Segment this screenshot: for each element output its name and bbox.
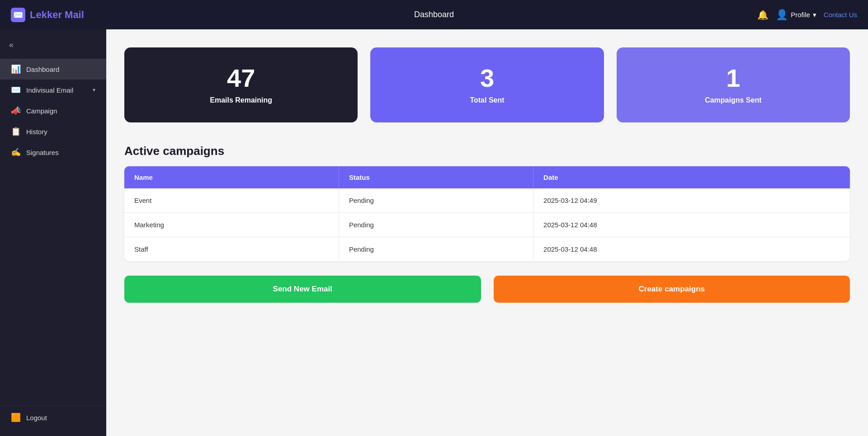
campaign-name: Event — [124, 188, 339, 213]
campaigns-table: Name Status Date Event Pending 2025-03-1… — [124, 166, 850, 261]
individual-email-chevron-icon: ▾ — [93, 87, 95, 93]
stat-card-total-sent: 3 Total Sent — [370, 47, 604, 122]
main-content: 47 Emails Remaining 3 Total Sent 1 Campa… — [106, 29, 868, 436]
profile-label: Profile — [791, 11, 810, 19]
stat-card-campaigns-sent: 1 Campaigns Sent — [617, 47, 850, 122]
send-new-email-button[interactable]: Send New Email — [124, 276, 481, 303]
table-row: Staff Pending 2025-03-12 04:48 — [124, 237, 850, 262]
sidebar-logout-button[interactable]: 🟧 Logout — [0, 406, 106, 429]
dashboard-icon: 📊 — [11, 64, 21, 74]
col-header-date: Date — [533, 166, 850, 188]
emails-remaining-label: Emails Remaining — [210, 96, 272, 104]
profile-avatar-icon: 👤 — [776, 9, 788, 21]
sidebar: « 📊 Dashboard ✉️ Indivisual Email ▾ 📣 Ca… — [0, 29, 106, 436]
campaign-date: 2025-03-12 04:48 — [533, 237, 850, 262]
topnav: ✉️ Lekker Mail Dashboard 🔔 👤 Profile ▾ C… — [0, 0, 868, 29]
total-sent-number: 3 — [480, 66, 494, 91]
profile-menu[interactable]: 👤 Profile ▾ — [776, 9, 816, 21]
brand-icon: ✉️ — [11, 8, 25, 22]
notifications-bell-icon[interactable]: 🔔 — [757, 9, 769, 20]
sidebar-item-individual-email-label: Indivisual Email — [26, 86, 87, 94]
campaign-date: 2025-03-12 04:49 — [533, 188, 850, 213]
contact-link[interactable]: Contact Us — [824, 11, 857, 19]
campaigns-sent-number: 1 — [726, 66, 740, 91]
campaign-status: Pending — [339, 213, 533, 237]
sidebar-item-history-label: History — [26, 128, 95, 136]
table-row: Marketing Pending 2025-03-12 04:48 — [124, 213, 850, 237]
sidebar-spacer — [0, 163, 106, 406]
table-row: Event Pending 2025-03-12 04:49 — [124, 188, 850, 213]
sidebar-collapse-button[interactable]: « — [0, 37, 106, 59]
active-campaigns-section: Active campaigns Name Status Date Event … — [124, 144, 850, 261]
brand-logo[interactable]: ✉️ Lekker Mail — [11, 8, 84, 22]
brand-name: Lekker Mail — [30, 9, 84, 21]
emails-remaining-number: 47 — [227, 66, 255, 91]
topnav-right: 🔔 👤 Profile ▾ Contact Us — [757, 9, 857, 21]
sidebar-item-campaign-label: Campaign — [26, 107, 95, 115]
campaign-icon: 📣 — [11, 106, 21, 116]
signatures-icon: ✍️ — [11, 147, 21, 157]
col-header-name: Name — [124, 166, 339, 188]
campaign-status: Pending — [339, 188, 533, 213]
campaign-date: 2025-03-12 04:48 — [533, 213, 850, 237]
col-header-status: Status — [339, 166, 533, 188]
active-campaigns-title: Active campaigns — [124, 144, 850, 158]
sidebar-item-history[interactable]: 📋 History — [0, 121, 106, 142]
logout-icon: 🟧 — [11, 413, 21, 422]
sidebar-logout-label: Logout — [26, 414, 47, 422]
sidebar-item-campaign[interactable]: 📣 Campaign — [0, 100, 106, 121]
individual-email-icon: ✉️ — [11, 85, 21, 95]
table-header-row: Name Status Date — [124, 166, 850, 188]
sidebar-item-individual-email[interactable]: ✉️ Indivisual Email ▾ — [0, 80, 106, 100]
stat-card-emails-remaining: 47 Emails Remaining — [124, 47, 358, 122]
sidebar-item-signatures[interactable]: ✍️ Signatures — [0, 142, 106, 163]
main-layout: « 📊 Dashboard ✉️ Indivisual Email ▾ 📣 Ca… — [0, 29, 868, 436]
sidebar-item-dashboard[interactable]: 📊 Dashboard — [0, 59, 106, 80]
campaign-status: Pending — [339, 237, 533, 262]
sidebar-item-dashboard-label: Dashboard — [26, 66, 95, 73]
campaign-name: Staff — [124, 237, 339, 262]
campaign-name: Marketing — [124, 213, 339, 237]
action-buttons: Send New Email Create campaigns — [124, 276, 850, 303]
page-title: Dashboard — [414, 10, 454, 19]
campaigns-sent-label: Campaigns Sent — [705, 96, 761, 104]
create-campaigns-button[interactable]: Create campaigns — [494, 276, 850, 303]
stats-row: 47 Emails Remaining 3 Total Sent 1 Campa… — [124, 47, 850, 122]
history-icon: 📋 — [11, 127, 21, 136]
profile-chevron-icon: ▾ — [813, 11, 816, 19]
sidebar-item-signatures-label: Signatures — [26, 149, 95, 156]
total-sent-label: Total Sent — [470, 96, 504, 104]
